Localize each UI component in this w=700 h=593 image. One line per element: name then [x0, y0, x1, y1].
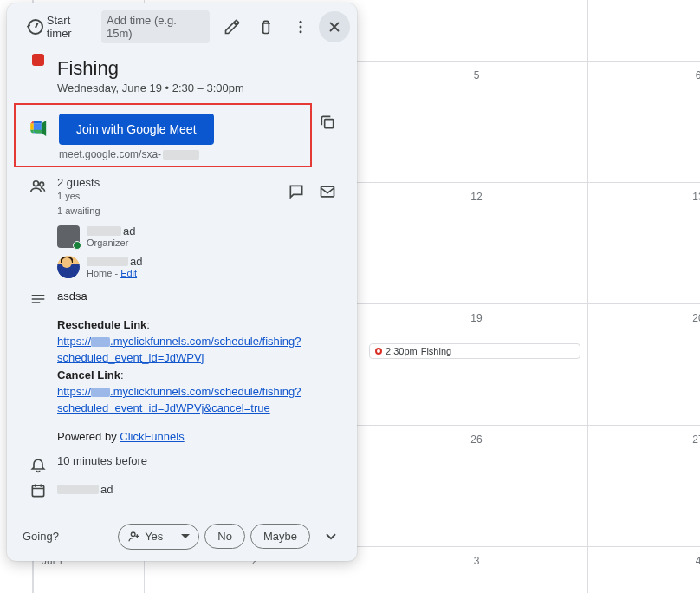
dots-vertical-icon — [292, 18, 309, 36]
guest-avatar — [57, 225, 80, 248]
day-12[interactable]: 12 — [366, 191, 587, 203]
guest-name: ad — [87, 255, 142, 268]
day-6[interactable]: 6 — [587, 69, 700, 81]
chat-guests-button[interactable] — [281, 176, 312, 207]
rsvp-no-button[interactable]: No — [204, 524, 245, 549]
guest-row[interactable]: ad Organizer — [57, 218, 281, 248]
start-timer-button[interactable]: Start timer — [28, 14, 98, 40]
clickfunnels-link[interactable]: ClickFunnels — [120, 430, 184, 443]
caret-down-icon — [181, 532, 190, 541]
add-time-chip[interactable]: Add time (e.g. 15m) — [101, 10, 210, 43]
rsvp-yes-button[interactable]: Yes — [119, 525, 172, 549]
google-meet-section-highlight: Join with Google Meet meet.google.com/sx… — [14, 103, 312, 167]
description-icon — [29, 290, 47, 308]
person-plus-icon — [127, 530, 141, 544]
event-chip-time: 2:30pm — [386, 346, 418, 356]
guest-meta: Home - Edit — [87, 268, 142, 278]
copy-icon — [319, 114, 336, 131]
guest-name: ad — [87, 225, 135, 238]
meet-url: meet.google.com/sxa- — [59, 145, 303, 160]
svg-point-1 — [299, 26, 301, 29]
cancel-link[interactable]: https://.myclickfunnels.com/schedule/fis… — [57, 385, 301, 414]
event-description: asdsa Reschedule Link: https://.myclickf… — [57, 289, 343, 446]
rsvp-yes-badge — [73, 241, 81, 250]
people-icon — [29, 178, 47, 195]
event-dialog: Start timer Add time (e.g. 15m) Fishing … — [7, 3, 357, 561]
guests-yes: 1 yes — [57, 189, 281, 204]
svg-point-11 — [131, 532, 135, 537]
day-26[interactable]: 26 — [366, 433, 587, 446]
day-20[interactable]: 20 — [587, 312, 700, 324]
svg-point-0 — [299, 21, 301, 23]
day-19[interactable]: 19 — [366, 312, 587, 324]
day-3[interactable]: 3 — [366, 555, 587, 567]
svg-point-2 — [299, 30, 301, 33]
calendar-origin: ad — [57, 480, 343, 499]
calendar-icon — [29, 482, 47, 499]
options-button[interactable] — [285, 11, 316, 42]
edit-button[interactable] — [217, 11, 248, 42]
event-chip-title: Fishing — [421, 346, 451, 356]
copy-meet-link-button[interactable] — [312, 107, 343, 138]
rsvp-yes-dropdown[interactable] — [172, 527, 198, 546]
day-13[interactable]: 13 — [587, 191, 700, 203]
chat-bubble-icon — [288, 183, 305, 200]
day-27[interactable]: 27 — [587, 433, 700, 446]
svg-rect-9 — [321, 186, 334, 197]
rsvp-expand-button[interactable] — [315, 521, 347, 552]
guests-awaiting: 1 awaiting — [57, 204, 281, 218]
email-guests-button[interactable] — [312, 176, 343, 207]
calendar-event-chip[interactable]: 2:30pm Fishing — [369, 343, 580, 359]
chevron-down-icon — [323, 529, 339, 544]
guest-avatar — [57, 256, 80, 278]
rsvp-yes-split: Yes — [118, 524, 199, 550]
day-5[interactable]: 5 — [366, 69, 587, 81]
svg-point-8 — [40, 182, 44, 186]
close-icon — [327, 19, 342, 35]
join-google-meet-button[interactable]: Join with Google Meet — [59, 114, 214, 145]
event-color-swatch — [32, 54, 44, 66]
svg-rect-4 — [34, 121, 42, 124]
svg-rect-10 — [32, 485, 43, 497]
reminder-text: 10 minutes before — [57, 454, 343, 473]
event-status-dot — [375, 348, 382, 355]
event-datetime: Wednesday, June 19 • 2:30 – 3:00pm — [57, 80, 343, 94]
guest-row[interactable]: ad Home - Edit — [57, 248, 281, 278]
svg-rect-3 — [30, 124, 34, 130]
stopwatch-icon — [28, 19, 43, 35]
event-title: Fishing — [57, 52, 343, 80]
envelope-icon — [319, 183, 336, 200]
meet-url-prefix: meet.google.com/sxa- — [59, 148, 161, 160]
guests-count: 2 guests — [57, 176, 281, 189]
bell-icon — [29, 456, 47, 473]
pencil-icon — [224, 18, 241, 36]
trash-icon — [257, 18, 275, 36]
close-button[interactable] — [319, 11, 350, 42]
redacted — [163, 150, 199, 160]
svg-rect-6 — [325, 120, 334, 128]
google-meet-icon — [30, 121, 49, 136]
guest-role: Organizer — [87, 238, 135, 248]
day-4[interactable]: 4 — [587, 555, 700, 567]
delete-button[interactable] — [250, 11, 282, 42]
edit-home-link[interactable]: Edit — [120, 268, 137, 278]
rsvp-maybe-button[interactable]: Maybe — [250, 524, 310, 549]
start-timer-label: Start timer — [47, 14, 98, 40]
reschedule-link[interactable]: https://.myclickfunnels.com/schedule/fis… — [57, 335, 301, 364]
svg-point-7 — [34, 181, 39, 186]
rsvp-label: Going? — [17, 530, 59, 543]
